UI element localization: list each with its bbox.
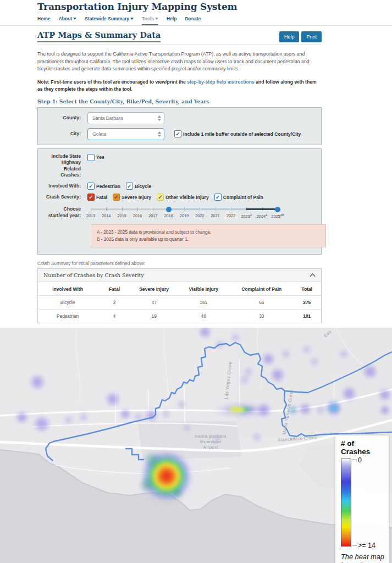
- section-divider: [37, 44, 322, 45]
- legend-max: >= 14: [352, 542, 376, 549]
- crash-heatmap[interactable]: Santa BarbaraMunicipalAirport Atascadero…: [0, 328, 392, 563]
- location-panel: County: Santa Barbara City: Goleta Inclu…: [37, 107, 322, 145]
- city-select[interactable]: Goleta: [87, 128, 164, 140]
- col-severe-injury: Severe Injury: [131, 282, 176, 296]
- highway-yes-checkbox[interactable]: [87, 154, 95, 161]
- table-row-bicycle: Bicycle 2 47 161 65 275: [38, 296, 321, 310]
- complaint-of-pain-label: Complaint of Pain: [223, 195, 263, 200]
- col-involved-with: Involved With: [38, 282, 97, 296]
- help-button[interactable]: Help: [279, 31, 300, 42]
- summary-caption: Crash Summary for initial parameters def…: [37, 261, 322, 266]
- site-title: Transportation Injury Mapping System: [37, 0, 322, 12]
- table-header-row: Involved With Fatal Severe Injury Visibl…: [38, 282, 321, 296]
- step1-heading: Step 1: Select the County/City, Bike/Ped…: [37, 98, 322, 104]
- main-nav: Home About Statewide Summary Tools Help …: [37, 16, 322, 25]
- nav-item-donate[interactable]: Donate: [185, 16, 201, 24]
- year-slider: 2013 2014 2015 2016 2017 2018 2019 2020 …: [91, 206, 278, 247]
- tool-description: The tool is designed to support the Cali…: [37, 51, 322, 73]
- other-visible-injury-label: Other Visible Injury: [165, 195, 209, 200]
- select-stepper-icon: [158, 115, 161, 121]
- summary-panel-title: Number of Crashes by Crash Severity: [43, 272, 144, 278]
- filters-panel: Include State Highway Related Crashes: Y…: [37, 148, 322, 255]
- year-range-label: Choose start/end year:: [43, 206, 81, 219]
- summary-panel-header[interactable]: Number of Crashes by Crash Severity: [38, 269, 321, 282]
- caret-down-icon: [73, 18, 76, 20]
- page-title: ATP Maps & Summary Data: [37, 30, 161, 42]
- nav-item-statewide-summary[interactable]: Statewide Summary: [85, 16, 134, 24]
- heatmap-canvas: Santa BarbaraMunicipalAirport Atascadero…: [0, 328, 392, 563]
- help-instructions-link[interactable]: step-by-step help instructions: [187, 79, 255, 85]
- col-fatal: Fatal: [97, 282, 131, 296]
- legend-title: # of Crashes: [341, 440, 384, 456]
- crash-severity-label: Crash Severity:: [43, 194, 81, 201]
- slider-selected-range: [169, 208, 246, 210]
- select-stepper-icon: [158, 131, 161, 137]
- severe-injury-checkbox[interactable]: [113, 194, 120, 201]
- legend-gradient-bar: [341, 459, 351, 547]
- pedestrian-label: Pedestrian: [96, 184, 120, 189]
- nav-item-tools[interactable]: Tools: [142, 16, 158, 25]
- bicycle-checkbox[interactable]: [126, 183, 133, 190]
- nav-item-home[interactable]: Home: [37, 16, 51, 24]
- table-row-pedestrian: Pedestrian 4 19 48 30 101: [38, 310, 321, 323]
- print-button[interactable]: Print: [301, 31, 322, 42]
- nav-divider: [0, 25, 392, 26]
- year-labels: 2013 2014 2015 2016 2017 2018 2019 2020 …: [91, 213, 278, 220]
- slider-provisional-range: [246, 208, 278, 210]
- col-visible-injury: Visible Injury: [176, 282, 230, 296]
- chevron-up-icon[interactable]: [310, 273, 316, 277]
- col-complaint-of-pain: Complaint of Pain: [230, 282, 292, 296]
- col-total: Total: [292, 282, 321, 296]
- fatal-label: Fatal: [96, 195, 107, 200]
- legend-note: The heat map intensity scale is constant…: [341, 553, 384, 563]
- nav-item-about[interactable]: About: [59, 16, 77, 24]
- nav-item-help[interactable]: Help: [167, 16, 176, 24]
- highway-yes-label: Yes: [96, 154, 104, 160]
- involved-with-label: Involved With:: [43, 183, 81, 190]
- highway-label: Include State Highway Related Crashes:: [43, 153, 81, 179]
- year-footnotes: A - 2023 - 2025 data is provisional and …: [91, 224, 326, 247]
- buffer-checkbox[interactable]: [174, 130, 181, 137]
- crash-severity-table: Involved With Fatal Severe Injury Visibl…: [38, 282, 321, 323]
- legend-min: 0: [352, 456, 362, 464]
- summary-panel: Number of Crashes by Crash Severity Invo…: [37, 268, 322, 323]
- bicycle-label: Bicycle: [135, 184, 151, 189]
- page-content: Transportation Injury Mapping System Hom…: [37, 0, 322, 323]
- other-visible-injury-checkbox[interactable]: [157, 194, 164, 201]
- buffer-checkbox-label: Include 1 mile buffer outside of selecte…: [183, 131, 301, 137]
- fatal-checkbox[interactable]: [87, 194, 95, 201]
- slider-start-handle[interactable]: [166, 207, 172, 212]
- footnote-a: A - 2023 - 2025 data is provisional and …: [97, 229, 320, 236]
- complaint-of-pain-checkbox[interactable]: [214, 194, 222, 201]
- severe-injury-label: Severe Injury: [122, 195, 151, 200]
- section-header: ATP Maps & Summary Data Help Print: [37, 30, 322, 42]
- county-select[interactable]: Santa Barbara: [87, 112, 164, 124]
- footnote-b: B - 2025 data is only available up to qu…: [97, 236, 320, 243]
- county-label: County:: [43, 115, 81, 122]
- caret-down-icon: [155, 18, 158, 20]
- pedestrian-checkbox[interactable]: [87, 183, 95, 190]
- caret-down-icon: [130, 18, 134, 20]
- slider-end-handle[interactable]: [275, 207, 280, 212]
- city-label: City:: [43, 131, 81, 137]
- first-time-note: Note: First-time users of this tool are …: [37, 79, 322, 93]
- heatmap-legend: # of Crashes 0 >= 14 The heat map intens…: [335, 435, 389, 563]
